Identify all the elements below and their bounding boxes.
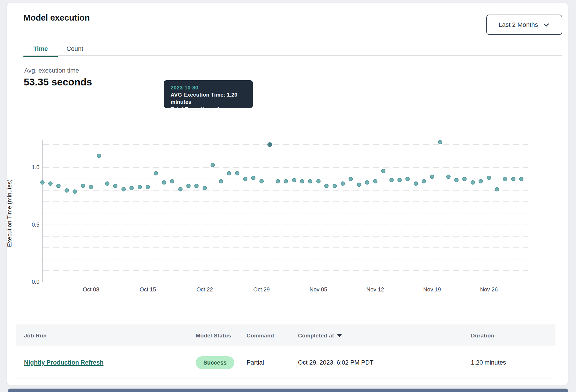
data-point[interactable] (308, 179, 312, 183)
status-badge: Success (196, 356, 234, 369)
data-point[interactable] (276, 179, 280, 183)
gridline (43, 144, 528, 145)
x-tick-label: Oct 15 (131, 286, 165, 293)
data-point[interactable] (462, 177, 467, 181)
data-point[interactable] (235, 171, 239, 175)
data-point[interactable] (397, 178, 402, 182)
data-point[interactable] (73, 189, 77, 194)
data-point[interactable] (405, 177, 410, 181)
data-point[interactable] (40, 180, 45, 185)
data-point[interactable] (186, 184, 191, 188)
gridline (43, 201, 528, 202)
data-point[interactable] (211, 163, 215, 167)
data-point[interactable] (227, 171, 231, 175)
date-range-dropdown[interactable]: Last 2 Months (486, 15, 562, 35)
data-point[interactable] (430, 175, 434, 179)
data-point[interactable] (316, 179, 321, 183)
data-point[interactable] (422, 179, 426, 183)
column-header-duration: Duration (471, 325, 494, 346)
avg-execution-time-label: Avg. execution time (24, 67, 79, 74)
data-point-highlighted[interactable] (267, 142, 272, 147)
column-header-completed-at[interactable]: Completed at (298, 325, 342, 346)
data-point[interactable] (219, 179, 223, 183)
x-tick-label: Nov 26 (472, 286, 506, 293)
x-axis-line (42, 282, 541, 282)
gridline (43, 190, 528, 191)
column-header-model-status: Model Status (196, 325, 231, 346)
data-point[interactable] (138, 185, 142, 189)
data-point[interactable] (146, 185, 150, 189)
data-point[interactable] (154, 171, 158, 175)
data-point[interactable] (503, 177, 507, 181)
data-point[interactable] (300, 179, 304, 183)
sort-desc-icon[interactable] (337, 334, 342, 337)
data-point[interactable] (121, 187, 126, 191)
data-point[interactable] (341, 181, 345, 186)
data-point[interactable] (65, 188, 69, 193)
tab-count[interactable]: Count (58, 42, 92, 56)
data-point[interactable] (349, 177, 353, 181)
data-point[interactable] (414, 181, 418, 186)
data-point[interactable] (479, 179, 483, 183)
data-point[interactable] (454, 178, 459, 182)
data-point[interactable] (194, 184, 199, 188)
next-section-edge (8, 389, 568, 392)
chevron-down-icon (543, 21, 550, 29)
y-axis-title: Execution Time (minutes) (6, 119, 13, 307)
data-point[interactable] (292, 178, 296, 182)
data-point[interactable] (251, 176, 255, 180)
data-point[interactable] (89, 185, 93, 189)
data-point[interactable] (56, 184, 61, 188)
tooltip-total-executions: Total Executions: 1 (171, 105, 246, 113)
data-point[interactable] (81, 184, 85, 188)
data-point[interactable] (446, 175, 451, 179)
tooltip-avg-execution: AVG Execution Time: 1.20 minutes (171, 91, 246, 105)
model-status-cell: Success (196, 346, 234, 379)
data-point[interactable] (259, 179, 264, 183)
data-point[interactable] (97, 154, 101, 158)
data-point[interactable] (365, 180, 369, 185)
page: { "header": { "title": "Model execution"… (0, 0, 576, 392)
gridline (43, 156, 528, 156)
data-point[interactable] (113, 184, 117, 188)
data-point[interactable] (333, 184, 337, 188)
avg-execution-time-value: 53.35 seconds (24, 76, 92, 88)
data-point[interactable] (129, 186, 134, 190)
data-point[interactable] (243, 177, 247, 181)
data-point[interactable] (324, 184, 329, 188)
date-range-label: Last 2 Months (499, 21, 538, 29)
y-tick-label: 0.5 (25, 221, 39, 228)
data-point[interactable] (203, 186, 207, 190)
completed-at-cell: Oct 29, 2023, 6:02 PM PDT (298, 346, 373, 379)
chart-tooltip: 2023-10-30 AVG Execution Time: 1.20 minu… (164, 80, 253, 108)
data-point[interactable] (519, 177, 523, 181)
job-run-link[interactable]: Nightly Production Refresh (24, 359, 103, 366)
data-point[interactable] (162, 180, 166, 185)
x-tick-label: Nov 12 (358, 286, 392, 293)
tab-time[interactable]: Time (23, 42, 58, 56)
data-point[interactable] (438, 140, 442, 144)
x-tick-label: Oct 29 (244, 286, 279, 293)
data-point[interactable] (170, 179, 174, 183)
tabs-divider (23, 55, 562, 56)
data-point[interactable] (357, 183, 361, 187)
data-point[interactable] (48, 181, 53, 186)
data-point[interactable] (178, 187, 183, 191)
x-tick-label: Oct 08 (74, 286, 108, 293)
data-point[interactable] (495, 187, 499, 191)
data-point[interactable] (487, 176, 491, 180)
data-point[interactable] (381, 169, 385, 173)
data-point[interactable] (389, 178, 394, 182)
data-point[interactable] (373, 179, 377, 183)
scatter-plot-area[interactable] (42, 140, 528, 282)
gridline (43, 270, 528, 271)
y-tick-label: 1.0 (25, 164, 39, 171)
data-point[interactable] (511, 177, 515, 181)
data-point[interactable] (105, 181, 109, 186)
column-header-job-run: Job Run (24, 325, 47, 346)
data-point[interactable] (471, 180, 475, 185)
page-title: Model execution (23, 13, 90, 23)
table-row: Nightly Production Refresh Success Parti… (16, 346, 555, 379)
data-point[interactable] (284, 179, 288, 183)
chart-tabs: Time Count (23, 42, 92, 56)
